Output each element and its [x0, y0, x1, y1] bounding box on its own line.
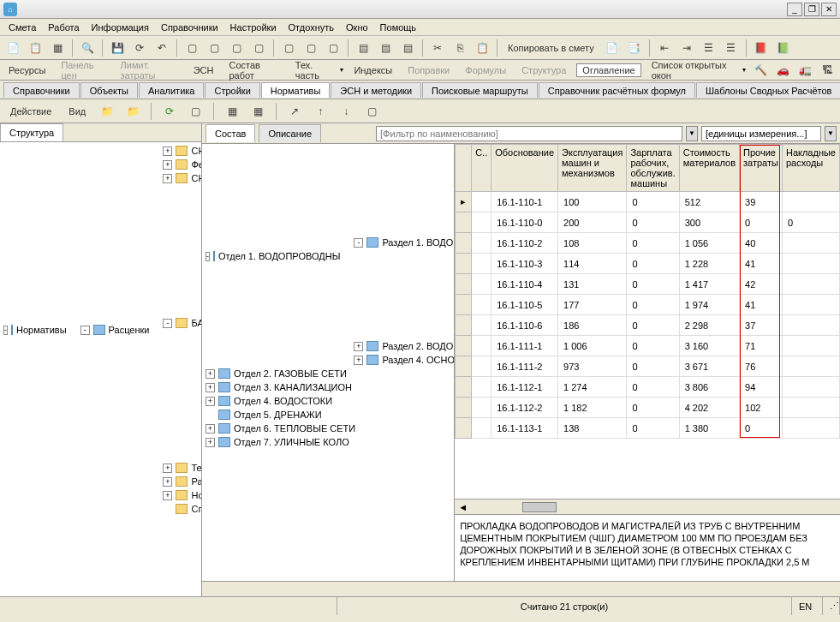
table-row[interactable]: 16.1-110-311401 22841 [456, 254, 840, 274]
col-header[interactable]: Эксплуатация машин и механизмов [558, 145, 627, 192]
tab-Справочники[interactable]: Справочники [3, 82, 80, 98]
tool-copy-to-smeta[interactable]: Копировать в смету [503, 41, 599, 55]
tool-t9[interactable]: ▤ [376, 39, 395, 57]
subbar-Панель цен[interactable]: Панель цен [56, 58, 110, 82]
bottom-hscroll[interactable] [202, 581, 840, 596]
tab-Объекты[interactable]: Объекты [80, 82, 138, 98]
tool-outdent[interactable]: ☰ [700, 39, 718, 57]
action-refresh[interactable]: ⟳ [160, 102, 179, 121]
tree-item[interactable]: -БАЗА ДАННЫХ "ТЕРРИТ+ТСН-2001.3. СТРОИТ+… [163, 185, 201, 461]
tree-item[interactable]: +Нормативы 2001 года [163, 488, 201, 502]
status-resize-grip[interactable]: ⋰ [823, 597, 840, 615]
mid-tree[interactable]: -Отдел 1. ВОДОПРОВОДНЫ-Раздел 1. ВОДОПРО… [202, 144, 455, 581]
action-vid[interactable]: Вид [63, 105, 91, 118]
tool-book[interactable]: 📕 [752, 39, 771, 57]
tab-Шаблоны Сводных Расчётов[interactable]: Шаблоны Сводных Расчётов [696, 82, 840, 98]
subbar-ЭСН[interactable]: ЭСН [188, 63, 219, 77]
tool-refresh[interactable]: ⟳ [130, 39, 149, 57]
tool-t6[interactable]: ▢ [301, 39, 320, 57]
leftpane-tab-struktura[interactable]: Структура [0, 123, 63, 141]
tool-t10[interactable]: ▤ [398, 39, 417, 57]
col-header[interactable]: Обоснование [491, 145, 558, 192]
tool-indent-l[interactable]: ⇤ [655, 39, 674, 57]
close-button[interactable]: ✕ [821, 3, 837, 16]
tree-item[interactable]: -Нормативы-Расценки+СН-2012. База стоимо… [3, 144, 200, 516]
subbar-Состав работ[interactable]: Состав работ [223, 58, 284, 82]
action-up[interactable]: ↑ [311, 102, 330, 121]
col-header[interactable] [456, 145, 472, 192]
action-folder[interactable]: 📁 [98, 102, 116, 121]
col-header[interactable]: Стоимость материалов [679, 145, 739, 192]
tool-paste[interactable]: 📋 [473, 39, 491, 57]
tree-item[interactable]: -Расценки+СН-2012. База стоимости+Федера… [80, 144, 201, 516]
tool-cut[interactable]: ✂ [428, 39, 447, 57]
tree-item[interactable]: -Раздел 1. ВОДОПРОВОТаблица 1-110. ПРОТа… [354, 146, 455, 339]
tool-indent[interactable]: ☰ [722, 39, 741, 57]
table-row[interactable]: 16.1-111-11 00603 16071 [456, 336, 840, 356]
tool-doc1[interactable]: 📄 [603, 39, 622, 57]
grid-hscroll[interactable]: ◄ [455, 499, 840, 514]
midtab-sostav[interactable]: Состав [206, 124, 255, 142]
action-x[interactable]: ▢ [186, 102, 205, 121]
tool-undo[interactable]: ↶ [152, 39, 171, 57]
table-row[interactable]: 16.1-113-113801 3800 [456, 418, 840, 439]
tree-item[interactable]: +Отдел 7. УЛИЧНЫЕ КОЛО [206, 435, 452, 449]
unit-input[interactable]: [единицы измерения...] [701, 126, 821, 141]
data-grid[interactable]: С..ОбоснованиеЭксплуатация машин и механ… [455, 144, 840, 499]
col-header[interactable]: Прочие затраты [740, 145, 783, 192]
table-row[interactable]: 16.1-110-618602 29837 [456, 315, 840, 336]
midtab-opisanie[interactable]: Описание [259, 124, 321, 142]
action-folder2[interactable]: 📁 [123, 102, 142, 121]
left-tree[interactable]: -Нормативы-Расценки+СН-2012. База стоимо… [0, 142, 201, 596]
tool-doc2[interactable]: 📑 [625, 39, 644, 57]
menu-rabota[interactable]: Работа [43, 21, 84, 34]
table-row[interactable]: 16.1-112-11 27403 80694 [456, 377, 840, 398]
tool-t5[interactable]: ▢ [279, 39, 298, 57]
subbar-Оглавление[interactable]: Оглавление [576, 63, 640, 77]
tree-item[interactable]: +СН-2012. База стоимости [163, 144, 201, 158]
subbar-Структура[interactable]: Структура [516, 63, 571, 77]
subbar-icon[interactable]: 🏗 [818, 61, 837, 80]
tab-Стройки[interactable]: Стройки [205, 82, 259, 98]
tool-t2[interactable]: ▢ [205, 39, 223, 57]
tree-item[interactable]: +СН-2012-2016 г. База стр [163, 171, 201, 185]
menu-pomosh[interactable]: Помощь [375, 21, 422, 34]
tree-item[interactable]: Спецификации [163, 502, 201, 516]
table-row[interactable]: 16.1-111-297303 67176 [456, 356, 840, 377]
action-deystvie[interactable]: Действие [5, 105, 57, 118]
tool-t4[interactable]: ▢ [249, 39, 268, 57]
subbar-Поправки[interactable]: Поправки [402, 63, 455, 77]
tree-item[interactable]: +Отдел 2. ГАЗОВЫЕ СЕТИ [206, 367, 452, 380]
tree-item[interactable]: Отдел 5. ДРЕНАЖИ [206, 408, 452, 422]
tool-search[interactable]: 🔍 [78, 39, 97, 57]
subbar-icon[interactable]: 🚗 [773, 61, 792, 80]
menu-otdohnut[interactable]: Отдохнуть [283, 21, 340, 34]
tree-item[interactable]: +Раздел 2. ВОДОВОДЫ [354, 339, 455, 353]
action-r3[interactable]: ▢ [362, 102, 381, 121]
col-header[interactable]: Накладные расходы [782, 145, 839, 192]
col-header[interactable]: С.. [472, 145, 491, 192]
action-r1[interactable]: ▦ [223, 102, 241, 121]
tool-indent-r[interactable]: ⇥ [677, 39, 696, 57]
tab-Поисковые маршруты[interactable]: Поисковые маршруты [422, 82, 538, 98]
subbar-Тех. часть[interactable]: Тех. часть [290, 58, 339, 82]
subbar-icon[interactable]: 🚛 [795, 61, 814, 80]
tool-open[interactable]: 📋 [26, 39, 45, 57]
col-header[interactable]: Зарплата рабочих, обслужив. машины [627, 145, 679, 192]
table-row[interactable]: 16.1-110-413101 41742 [456, 274, 840, 295]
subbar-Лимит. затраты[interactable]: Лимит. затраты [116, 58, 183, 82]
tree-item[interactable]: +Отдел 4. ВОДОСТОКИ [206, 394, 452, 408]
tool-book2[interactable]: 📗 [774, 39, 793, 57]
subbar-Ресурсы[interactable]: Ресурсы [3, 63, 51, 77]
tree-item[interactable]: +Раздел 4. ОСНОВАНИЕ [354, 353, 455, 367]
subbar-icon[interactable]: 🔨 [751, 61, 770, 80]
tool-save[interactable]: 💾 [108, 39, 127, 57]
tool-t7[interactable]: ▢ [324, 39, 343, 57]
restore-button[interactable]: ❐ [804, 3, 819, 16]
tool-t8[interactable]: ▤ [354, 39, 372, 57]
subbar-Список открытых окон[interactable]: Список открытых окон [646, 58, 741, 82]
menu-smeta[interactable]: Смета [3, 21, 41, 34]
tab-ЭСН и методики[interactable]: ЭСН и методики [331, 82, 421, 98]
tool-copy[interactable]: ⎘ [450, 39, 469, 57]
menu-spravochniki[interactable]: Справочники [156, 21, 223, 34]
